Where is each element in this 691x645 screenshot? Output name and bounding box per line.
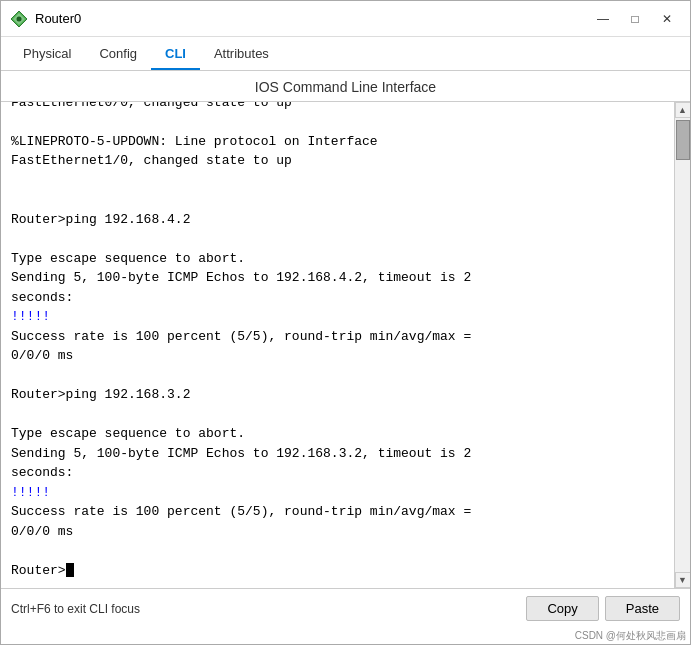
main-window: Router0 — □ ✕ Physical Config CLI Attrib… — [0, 0, 691, 645]
tab-attributes[interactable]: Attributes — [200, 37, 283, 70]
paste-button[interactable]: Paste — [605, 596, 680, 621]
terminal-line: !!!!! — [11, 483, 664, 503]
terminal-line: 0/0/0 ms — [11, 522, 664, 542]
terminal-line: %LINEPROTO-5-UPDOWN: Line protocol on In… — [11, 132, 664, 152]
shortcut-hint: Ctrl+F6 to exit CLI focus — [11, 602, 140, 616]
terminal-line: Router>ping 192.168.4.2 — [11, 210, 664, 230]
cursor — [66, 563, 74, 577]
window-title: Router0 — [35, 11, 588, 26]
terminal-line: Success rate is 100 percent (5/5), round… — [11, 327, 664, 347]
scroll-up-arrow[interactable]: ▲ — [675, 102, 691, 118]
terminal-line: seconds: — [11, 288, 664, 308]
scrollbar[interactable]: ▲ ▼ — [674, 102, 690, 588]
terminal-line: Sending 5, 100-byte ICMP Echos to 192.16… — [11, 268, 664, 288]
action-buttons: Copy Paste — [526, 596, 680, 621]
svg-point-2 — [17, 16, 22, 21]
tab-bar: Physical Config CLI Attributes — [1, 37, 690, 71]
terminal-line — [11, 366, 664, 386]
title-bar: Router0 — □ ✕ — [1, 1, 690, 37]
terminal-line: Type escape sequence to abort. — [11, 424, 664, 444]
terminal-output[interactable]: %LINEPROTO-5-UPDOWN: Line protocol on In… — [1, 102, 674, 588]
window-controls: — □ ✕ — [588, 9, 682, 29]
tab-cli[interactable]: CLI — [151, 37, 200, 70]
cli-header: IOS Command Line Interface — [1, 71, 690, 102]
scrollbar-thumb[interactable] — [676, 120, 690, 160]
terminal-line: Sending 5, 100-byte ICMP Echos to 192.16… — [11, 444, 664, 464]
close-button[interactable]: ✕ — [652, 9, 682, 29]
tab-physical[interactable]: Physical — [9, 37, 85, 70]
terminal-area: %LINEPROTO-5-UPDOWN: Line protocol on In… — [1, 102, 690, 588]
terminal-line — [11, 190, 664, 210]
app-icon — [9, 9, 29, 29]
tab-config[interactable]: Config — [85, 37, 151, 70]
maximize-button[interactable]: □ — [620, 9, 650, 29]
scroll-down-arrow[interactable]: ▼ — [675, 572, 691, 588]
terminal-line: seconds: — [11, 463, 664, 483]
terminal-line: FastEthernet0/0, changed state to up — [11, 102, 664, 112]
terminal-line — [11, 541, 664, 561]
terminal-line: Type escape sequence to abort. — [11, 249, 664, 269]
terminal-line: FastEthernet1/0, changed state to up — [11, 151, 664, 171]
terminal-line — [11, 405, 664, 425]
watermark: CSDN @何处秋风悲画扇 — [1, 628, 690, 644]
terminal-line: Router>ping 192.168.3.2 — [11, 385, 664, 405]
terminal-line — [11, 112, 664, 132]
terminal-line — [11, 171, 664, 191]
terminal-line — [11, 229, 664, 249]
minimize-button[interactable]: — — [588, 9, 618, 29]
terminal-line: !!!!! — [11, 307, 664, 327]
prompt-line[interactable]: Router> — [11, 561, 664, 581]
terminal-line: 0/0/0 ms — [11, 346, 664, 366]
terminal-line: Success rate is 100 percent (5/5), round… — [11, 502, 664, 522]
copy-button[interactable]: Copy — [526, 596, 598, 621]
status-bar: Ctrl+F6 to exit CLI focus Copy Paste — [1, 588, 690, 628]
prompt-text: Router> — [11, 561, 66, 581]
